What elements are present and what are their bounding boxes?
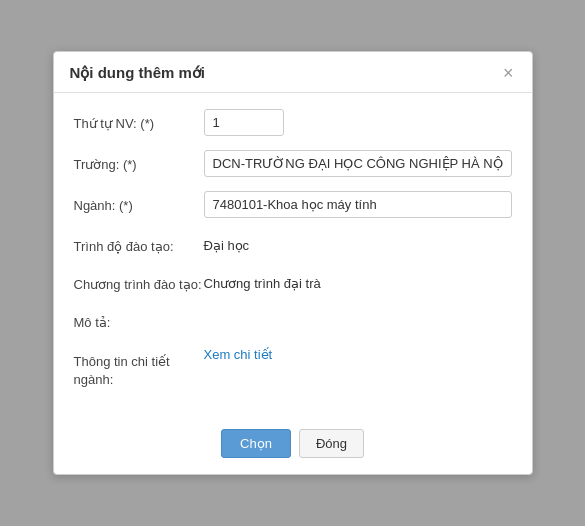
nganh-row: Ngành: (*): [74, 191, 512, 218]
thong-tin-label: Thông tin chi tiết ngành:: [74, 347, 204, 389]
close-button[interactable]: ×: [501, 64, 516, 82]
modal-title: Nội dung thêm mới: [70, 64, 206, 82]
modal-body: Thứ tự NV: (*) Trường: (*) Ngành: (*) Tr…: [54, 93, 532, 419]
thong-tin-row: Thông tin chi tiết ngành: Xem chi tiết: [74, 347, 512, 389]
trinh-do-value: Đại học: [204, 232, 250, 253]
chuong-trinh-row: Chương trình đào tạo: Chương trình đại t…: [74, 270, 512, 294]
chuong-trinh-label: Chương trình đào tạo:: [74, 270, 204, 294]
truong-input[interactable]: [204, 150, 512, 177]
nganh-label: Ngành: (*): [74, 191, 204, 215]
thu-tu-nv-label: Thứ tự NV: (*): [74, 109, 204, 133]
xem-chi-tiet-link[interactable]: Xem chi tiết: [204, 347, 273, 362]
mo-ta-label: Mô tả:: [74, 308, 204, 332]
mo-ta-row: Mô tả:: [74, 308, 512, 332]
modal-header: Nội dung thêm mới ×: [54, 52, 532, 93]
truong-row: Trường: (*): [74, 150, 512, 177]
modal-overlay: Nội dung thêm mới × Thứ tự NV: (*) Trườn…: [0, 0, 585, 526]
nganh-input[interactable]: [204, 191, 512, 218]
thu-tu-nv-row: Thứ tự NV: (*): [74, 109, 512, 136]
thu-tu-nv-input[interactable]: [204, 109, 284, 136]
trinh-do-label: Trình độ đào tạo:: [74, 232, 204, 256]
truong-label: Trường: (*): [74, 150, 204, 174]
chon-button[interactable]: Chọn: [221, 429, 291, 458]
modal-footer: Chọn Đóng: [54, 419, 532, 474]
modal-dialog: Nội dung thêm mới × Thứ tự NV: (*) Trườn…: [53, 51, 533, 475]
dong-button[interactable]: Đóng: [299, 429, 364, 458]
trinh-do-row: Trình độ đào tạo: Đại học: [74, 232, 512, 256]
chuong-trinh-value: Chương trình đại trà: [204, 270, 321, 291]
